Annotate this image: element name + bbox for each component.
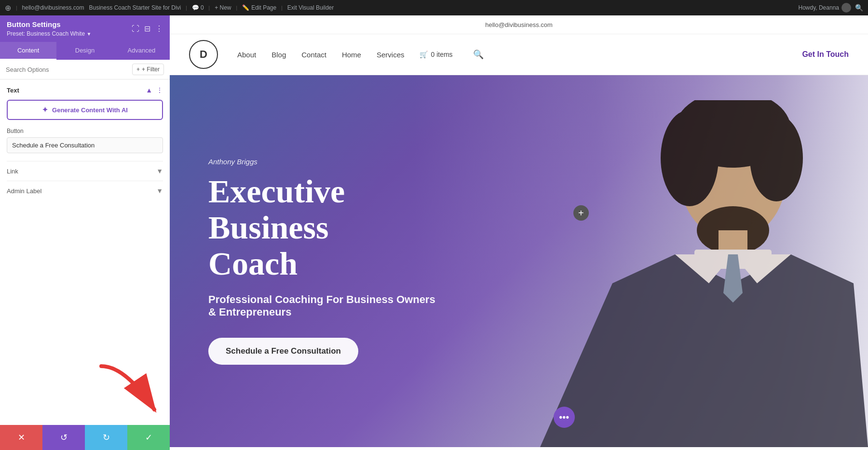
panel-preset: Preset: Business Coach White ▼ [7,28,91,37]
cart-icon: 🛒 [420,51,428,58]
button-field-group: Button [7,128,163,153]
panel-header: Button Settings Preset: Business Coach W… [0,15,170,42]
dots-icon: ••• [559,412,569,423]
wordpress-icon[interactable]: ⊕ [5,3,11,13]
close-button[interactable]: ✕ [0,425,42,450]
more-options-button[interactable]: ••• [554,407,575,428]
chevron-up-icon: ▲ [146,86,152,94]
fullscreen-icon[interactable]: ⛶ [132,25,139,33]
hero-section: Anthony Briggs Executive Business Coach … [170,75,868,447]
site-logo[interactable]: D [189,40,218,69]
more-options-icon[interactable]: ⋮ [155,24,163,33]
hero-add-module-button[interactable]: + [573,205,589,221]
nav-about[interactable]: About [237,51,256,59]
nav-cta-button[interactable]: Get In Touch [802,50,849,59]
ai-icon: ✦ [42,106,48,114]
admin-label-section: Admin Label ▼ [7,181,163,200]
plus-icon: + [578,208,584,219]
site-name: hello@divibusiness.com [22,4,84,11]
hero-cta-button[interactable]: Schedule a Free Consultation [208,338,358,365]
columns-icon[interactable]: ⊟ [144,24,150,33]
hero-subtitle: Professional Coaching For Business Owner… [208,293,445,318]
nav-cart[interactable]: 🛒 0 items [420,51,452,58]
howdy-greeting: Howdy, Deanna [799,3,852,13]
tab-advanced[interactable]: Advanced [113,42,170,60]
panel-title: Button Settings [7,20,91,28]
panel-tabs: Content Design Advanced [0,42,170,60]
nav-links: About Blog Contact Home Services 🛒 0 ite… [237,49,802,60]
main-site: hello@divibusiness.com D About Blog Cont… [170,15,868,450]
search-input[interactable] [6,66,129,73]
svg-point-3 [661,110,719,206]
link-chevron-down-icon: ▼ [156,167,163,175]
hero-content: Anthony Briggs Executive Business Coach … [170,129,483,393]
checkmark-icon: ✓ [145,432,152,443]
nav-services[interactable]: Services [377,51,405,59]
avatar [841,3,851,13]
panel-search-bar: + + Filter [0,60,170,79]
link-section-title: Link [7,168,18,175]
nav-contact[interactable]: Contact [301,51,326,59]
redo-icon: ↻ [103,432,110,443]
nav-home[interactable]: Home [342,51,361,59]
nav-search-icon[interactable]: 🔍 [473,49,484,60]
site-title: Business Coach Starter Site for Divi [89,4,181,11]
comments-link[interactable]: 💬 0 [192,4,204,11]
site-navigation: D About Blog Contact Home Services 🛒 0 i… [170,34,868,75]
panel-content: Text ▲ ⋮ ✦ Generate Content With AI Butt… [0,79,170,425]
svg-point-4 [750,115,803,201]
filter-button[interactable]: + + Filter [132,64,164,75]
link-section: Link ▼ [7,161,163,181]
bottom-toolbar: ✕ ↺ ↻ ✓ [0,425,170,450]
generate-ai-button[interactable]: ✦ Generate Content With AI [7,100,163,120]
undo-icon: ↺ [60,432,68,443]
link-section-toggle[interactable]: Link ▼ [7,167,163,175]
pencil-icon: ✏️ [242,4,249,11]
text-section-title: Text [7,87,19,94]
admin-label-title: Admin Label [7,187,41,195]
text-section-toggle[interactable]: ▲ ⋮ [146,86,163,94]
admin-label-chevron-down-icon: ▼ [156,187,163,195]
exit-visual-builder-button[interactable]: Exit Visual Builder [287,4,334,11]
button-text-input[interactable] [7,137,163,153]
left-panel: Button Settings Preset: Business Coach W… [0,15,170,450]
tab-design[interactable]: Design [56,42,113,60]
email-bar: hello@divibusiness.com [170,15,868,34]
hero-author: Anthony Briggs [208,158,445,166]
nav-blog[interactable]: Blog [271,51,286,59]
new-button[interactable]: + New [215,4,231,11]
admin-label-section-toggle[interactable]: Admin Label ▼ [7,187,163,195]
more-section-icon: ⋮ [156,86,163,94]
preset-label: Preset: Business Coach White [7,30,85,37]
wp-admin-bar: ⊕ | hello@divibusiness.com Business Coac… [0,0,868,15]
undo-button[interactable]: ↺ [42,425,85,450]
close-icon: ✕ [18,432,25,443]
admin-search-icon[interactable]: 🔍 [855,4,863,12]
comment-icon: 💬 [192,4,199,11]
save-button[interactable]: ✓ [127,425,170,450]
hero-title: Executive Business Coach [208,173,445,281]
plus-icon: + [136,66,140,73]
chevron-down-icon: ▼ [86,31,91,37]
edit-page-button[interactable]: ✏️ Edit Page [242,4,276,11]
redo-button[interactable]: ↻ [85,425,127,450]
tab-content[interactable]: Content [0,42,56,60]
email-link[interactable]: hello@divibusiness.com [485,21,553,28]
text-section-header: Text ▲ ⋮ [7,86,163,94]
button-field-label: Button [7,128,163,134]
